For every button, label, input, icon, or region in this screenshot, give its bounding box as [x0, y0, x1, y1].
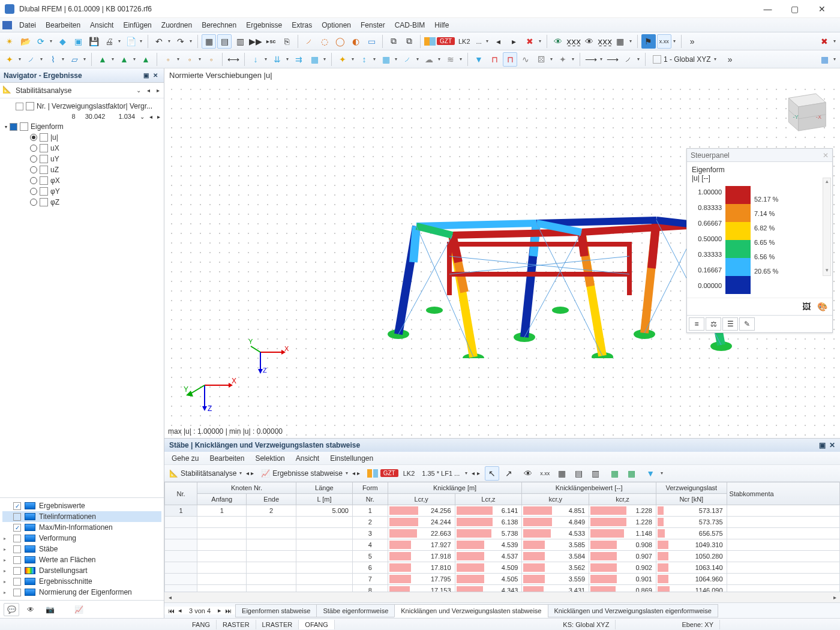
- hinge-b-icon[interactable]: ◦: [182, 52, 197, 67]
- table-close-icon[interactable]: ✕: [829, 441, 835, 449]
- menu-cad-bim[interactable]: CAD-BIM: [390, 19, 430, 31]
- tab-next-icon[interactable]: ▸: [218, 607, 221, 614]
- spring-icon[interactable]: ⌇: [46, 52, 60, 67]
- bottom-item[interactable]: Normierung der Eigenformen: [39, 588, 132, 596]
- print-icon[interactable]: 🖨: [102, 34, 116, 49]
- table-row[interactable]: 2 24.2446.1384.8491.228573.735: [165, 517, 840, 528]
- bottom-item[interactable]: Ergebniswerte: [39, 502, 85, 510]
- menu-dashboard-icon[interactable]: [2, 21, 12, 29]
- check-Verformung[interactable]: [13, 535, 21, 542]
- legend-scrollbar[interactable]: ▴ ▾: [823, 178, 831, 276]
- menu-einfügen[interactable]: Einfügen: [118, 19, 156, 31]
- nav-close-icon[interactable]: ✕: [151, 71, 160, 80]
- analysis-prev[interactable]: ◂: [145, 87, 152, 94]
- nav-tab-graph-icon[interactable]: 📈: [71, 603, 86, 616]
- wind-icon[interactable]: ≋: [443, 52, 458, 67]
- nav-tab-eye-icon[interactable]: 👁: [23, 603, 38, 616]
- moving-icon[interactable]: ↕: [357, 52, 371, 67]
- menu-extras[interactable]: Extras: [287, 19, 317, 31]
- status-ofang[interactable]: OFANG: [299, 620, 335, 629]
- new-file-icon[interactable]: ✴: [2, 34, 17, 49]
- table-menu-Einstellungen[interactable]: Einstellungen: [325, 453, 378, 464]
- bottom-item[interactable]: Werte an Flächen: [39, 556, 96, 564]
- component-radio-φZ[interactable]: [30, 199, 37, 206]
- table-hscroll[interactable]: ◂▸: [164, 592, 840, 602]
- table-loadcase[interactable]: LK2: [401, 469, 418, 478]
- panel-b-icon[interactable]: ▤: [217, 34, 232, 49]
- component-label[interactable]: φZ: [50, 198, 59, 206]
- temp-icon[interactable]: ✦: [335, 52, 350, 67]
- open-icon[interactable]: 📂: [18, 34, 32, 49]
- component-label[interactable]: uZ: [50, 166, 59, 174]
- script-icon[interactable]: ▸sc: [264, 34, 278, 49]
- analysis-next[interactable]: ▸: [154, 87, 161, 94]
- support-b-icon[interactable]: ▲: [117, 52, 131, 67]
- lasso-b-icon[interactable]: ◌: [317, 34, 332, 49]
- frame2-icon[interactable]: ⊓: [503, 52, 517, 67]
- close-button[interactable]: ✕: [808, 0, 835, 18]
- cube-icon[interactable]: ▣: [71, 34, 85, 49]
- window-b-icon[interactable]: ⧉: [402, 34, 416, 49]
- lasso-c-icon[interactable]: ◯: [333, 34, 347, 49]
- pin-dropdown[interactable]: ▾: [537, 38, 543, 44]
- status-fang[interactable]: FANG: [186, 620, 217, 629]
- tool-xxx-icon[interactable]: x.xx: [538, 466, 552, 481]
- tool-excel-icon[interactable]: ▦: [624, 466, 638, 481]
- load-d-icon[interactable]: ▦: [307, 52, 322, 67]
- disp-e-icon[interactable]: ▦: [613, 34, 628, 49]
- bottom-item[interactable]: Ergebnisschnitte: [39, 577, 92, 586]
- tool-grid3-icon[interactable]: ▥: [588, 466, 602, 481]
- table-mode-combo[interactable]: 📈 Ergebnisse stabweise ▾ ◂ ▸: [259, 468, 362, 479]
- more2-icon[interactable]: »: [723, 52, 737, 67]
- tool-eye-icon[interactable]: 👁: [521, 466, 535, 481]
- branch-next[interactable]: ▸: [157, 113, 160, 120]
- wave-icon[interactable]: ∿: [518, 52, 533, 67]
- table-row[interactable]: 7 17.7954.5053.5590.9011064.960: [165, 574, 840, 585]
- check-Ergebnisschnitte[interactable]: [13, 578, 21, 586]
- cp-tab-scale-icon[interactable]: ⚖: [706, 317, 721, 331]
- loadcase-dots[interactable]: ...: [474, 37, 484, 46]
- component-radio-uY[interactable]: [30, 155, 37, 163]
- component-radio-φY[interactable]: [30, 188, 37, 195]
- lasso-d-icon[interactable]: ◐: [349, 34, 363, 49]
- axis-icon[interactable]: ✦: [556, 52, 570, 67]
- component-label[interactable]: |u|: [50, 133, 58, 142]
- pin-del-icon[interactable]: ✖: [523, 34, 537, 49]
- tool-grid1-icon[interactable]: ▦: [554, 466, 569, 481]
- table-float-icon[interactable]: ▣: [815, 441, 829, 449]
- undo-icon[interactable]: ↶: [152, 34, 166, 49]
- tool-table-icon[interactable]: ▦: [607, 466, 622, 481]
- component-label[interactable]: uX: [50, 144, 59, 152]
- cp-tab-colors-icon[interactable]: ≡: [689, 317, 704, 331]
- disp-b-icon[interactable]: x̱x̱x̱: [566, 34, 581, 49]
- legend-tool-b-icon[interactable]: 🎨: [815, 301, 829, 313]
- minimize-button[interactable]: —: [754, 0, 781, 18]
- legend-tool-a-icon[interactable]: 🖼: [800, 301, 813, 313]
- tab-prev-icon[interactable]: ◂: [178, 607, 182, 614]
- undo-dropdown[interactable]: ▾: [166, 38, 172, 44]
- check-Werte an Flächen[interactable]: [13, 556, 21, 564]
- table-lc-prev[interactable]: ◂: [472, 470, 475, 476]
- tab-first-icon[interactable]: ⏮: [168, 607, 175, 614]
- component-radio-|u|[interactable]: [30, 134, 37, 141]
- table-menu-Ansicht[interactable]: Ansicht: [291, 453, 324, 464]
- table-menu-Bearbeiten[interactable]: Bearbeiten: [205, 453, 249, 464]
- tool-cursor-icon[interactable]: ↗: [502, 466, 516, 481]
- table-lc-next[interactable]: ▸: [477, 470, 480, 476]
- frame1-icon[interactable]: ⊓: [487, 52, 502, 67]
- check-Stäbe[interactable]: [13, 545, 21, 553]
- refresh-dropdown[interactable]: ▾: [48, 38, 54, 44]
- disp-c-icon[interactable]: 👁: [582, 34, 596, 49]
- check-Max/Min-Informationen[interactable]: [13, 524, 21, 532]
- bottom-item[interactable]: Darstellungsart: [39, 566, 88, 575]
- load-a-icon[interactable]: ↓: [248, 52, 263, 67]
- dice-icon[interactable]: ⚄: [534, 52, 548, 67]
- branch-dropdown[interactable]: ⌄: [140, 113, 145, 120]
- menu-fenster[interactable]: Fenster: [356, 19, 390, 31]
- delete-dropdown[interactable]: ▾: [832, 38, 838, 44]
- load-b-icon[interactable]: ⇊: [270, 52, 284, 67]
- menu-datei[interactable]: Datei: [14, 19, 41, 31]
- disp-d-icon[interactable]: x̱x̱x̱: [598, 34, 612, 49]
- table-menu-Gehe zu[interactable]: Gehe zu: [167, 453, 203, 464]
- freeline-icon[interactable]: ⟋: [400, 52, 415, 67]
